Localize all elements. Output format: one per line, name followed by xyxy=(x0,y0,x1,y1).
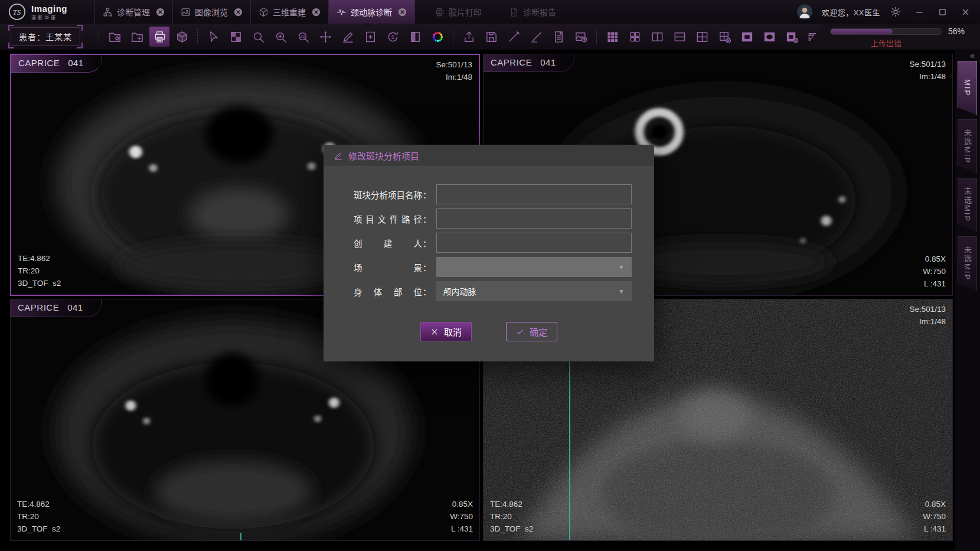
layout-grid-9-icon xyxy=(606,30,619,44)
settings-gear-icon[interactable] xyxy=(890,6,901,18)
overlay-te: TE:4.862 xyxy=(17,498,60,511)
close-button[interactable] xyxy=(961,7,971,17)
overlay-window-width: W:750 xyxy=(923,266,946,278)
tab-carotid-diagnosis[interactable]: 颈动脉诊断 xyxy=(329,0,415,24)
project-file-path-field[interactable] xyxy=(436,208,632,229)
upload-percent: 56% xyxy=(948,27,965,36)
creator-field-label: 创建人 xyxy=(354,237,422,249)
corner-bracket xyxy=(77,43,83,48)
overlay-series-info: Se:501/13Im:1/48 xyxy=(909,304,946,328)
plaque-project-name-field-label: 斑块分析项目名称 xyxy=(354,188,422,201)
confirm-label: 确定 xyxy=(530,325,547,338)
upload-error-text[interactable]: 上传出错 xyxy=(830,37,942,48)
scene-select[interactable]: ▼ xyxy=(436,257,632,277)
side-tab-mip[interactable]: MIP xyxy=(958,61,977,115)
folder-settings-button[interactable] xyxy=(104,27,125,47)
overlay-im: Im:1/48 xyxy=(909,71,946,83)
layout-grid-4-small-button[interactable] xyxy=(625,27,645,47)
tab-image-browse[interactable]: 图像浏览 xyxy=(173,0,251,24)
tab-close-icon[interactable] xyxy=(398,8,407,17)
probe-button[interactable] xyxy=(504,27,524,47)
overlay-acquisition-info: TE:4.862TR:203D_TOF s2 xyxy=(18,253,61,290)
color-palette-icon xyxy=(431,30,445,44)
tab-film-print[interactable]: 胶片打印 xyxy=(427,0,489,24)
upload-progress-row: 56% xyxy=(830,27,980,36)
logo-ts-icon: TS xyxy=(8,3,26,21)
printer-icon xyxy=(435,7,445,17)
layout-grid-4-icon xyxy=(695,30,709,44)
plaque-project-name-field[interactable] xyxy=(436,184,632,204)
tab-label: 胶片打印 xyxy=(449,6,482,18)
layout-split-v-button[interactable] xyxy=(647,27,667,47)
tab-close-icon[interactable] xyxy=(156,8,165,17)
layout-single-icon xyxy=(740,30,754,44)
layout-grid-9-button[interactable] xyxy=(602,27,622,47)
tab-close-icon[interactable] xyxy=(234,8,243,17)
pan-button[interactable] xyxy=(315,27,335,47)
tab-label: 颈动脉诊断 xyxy=(351,6,392,18)
project-file-path-field-label: 项目文件路径 xyxy=(354,213,422,225)
tab-diagnosis-management[interactable]: 诊断管理 xyxy=(94,0,173,24)
layout-grid-4-button[interactable] xyxy=(692,27,712,47)
body-part-select[interactable]: 颅内动脉▼ xyxy=(436,281,632,301)
tab-label: 诊断管理 xyxy=(117,6,150,18)
report-add-button[interactable] xyxy=(548,27,569,47)
layout-single-button[interactable] xyxy=(737,27,757,47)
minimize-button[interactable] xyxy=(914,7,925,17)
volume-3d-button[interactable] xyxy=(172,27,192,47)
overlay-sequence: 3D_TOF s2 xyxy=(18,278,61,290)
overlay-display-info: 0.85XW:750L :431 xyxy=(923,253,946,291)
upload-button[interactable] xyxy=(459,27,479,47)
print-icon xyxy=(153,30,166,44)
creator-field[interactable] xyxy=(436,233,632,253)
series-name: CAPRICE xyxy=(491,57,532,67)
print-button[interactable] xyxy=(149,27,169,47)
annotate-button[interactable] xyxy=(338,27,358,47)
image-upload-button[interactable] xyxy=(571,27,591,47)
layout-remove-cell-icon xyxy=(718,30,731,44)
overlay-te: TE:4.862 xyxy=(490,498,533,511)
waveform-icon xyxy=(337,7,347,17)
zoom-2x-button[interactable]: x2 xyxy=(293,27,313,47)
tool-buttons: x2S xyxy=(94,27,803,47)
side-tab-unselected-mip-3[interactable]: 未选MIP xyxy=(958,236,977,291)
layout-ellipse-button[interactable] xyxy=(759,27,779,47)
search-button[interactable] xyxy=(248,27,268,47)
series-name: CAPRICE xyxy=(18,58,60,68)
rotate-scan-button[interactable]: S xyxy=(383,27,403,47)
invert-colors-button[interactable] xyxy=(226,27,246,47)
label-colon: ： xyxy=(423,285,432,298)
corner-bracket xyxy=(8,43,14,48)
layout-ellipse-icon xyxy=(763,30,776,44)
confirm-button[interactable]: 确定 xyxy=(506,322,557,341)
tab-close-icon[interactable] xyxy=(312,8,321,17)
region-add-button[interactable] xyxy=(360,27,380,47)
save-icon xyxy=(485,30,498,44)
color-palette-button[interactable] xyxy=(427,27,447,47)
dialog-fields: 斑块分析项目名称：项目文件路径：创建人：场景：▼身体部位：颅内动脉▼ xyxy=(324,167,654,301)
upload-progress-fill xyxy=(831,29,893,34)
window-level-button[interactable] xyxy=(405,27,425,47)
layout-close-button[interactable] xyxy=(782,27,802,47)
user-avatar[interactable] xyxy=(797,4,812,19)
dialog-actions: 取消 确定 xyxy=(324,322,654,341)
side-tab-unselected-mip-2[interactable]: 未选MIP xyxy=(958,178,977,232)
save-button[interactable] xyxy=(481,27,501,47)
layout-split-h-button[interactable] xyxy=(669,27,690,47)
folder-add-button[interactable] xyxy=(127,27,147,47)
probe-flat-button[interactable] xyxy=(526,27,546,47)
zoom-in-button[interactable] xyxy=(270,27,290,47)
cancel-button[interactable]: 取消 xyxy=(420,322,472,341)
tab-3d-reconstruction[interactable]: 三维重建 xyxy=(251,0,329,24)
right-tab-strip: « MIP未选MIP未选MIP未选MIP xyxy=(955,50,980,551)
overlay-se: Se:501/13 xyxy=(436,59,472,71)
collapse-panel-icon[interactable]: « xyxy=(970,51,975,60)
layout-close-icon xyxy=(785,30,799,44)
side-tab-unselected-mip-1[interactable]: 未选MIP xyxy=(958,119,977,174)
tab-diagnosis-report[interactable]: 诊断报告 xyxy=(501,0,564,24)
maximize-button[interactable] xyxy=(937,7,948,17)
toolbar-divider xyxy=(596,29,597,44)
cursor-button[interactable] xyxy=(203,27,223,47)
layout-remove-cell-button[interactable] xyxy=(714,27,734,47)
chevron-down-icon: ▼ xyxy=(619,288,625,295)
